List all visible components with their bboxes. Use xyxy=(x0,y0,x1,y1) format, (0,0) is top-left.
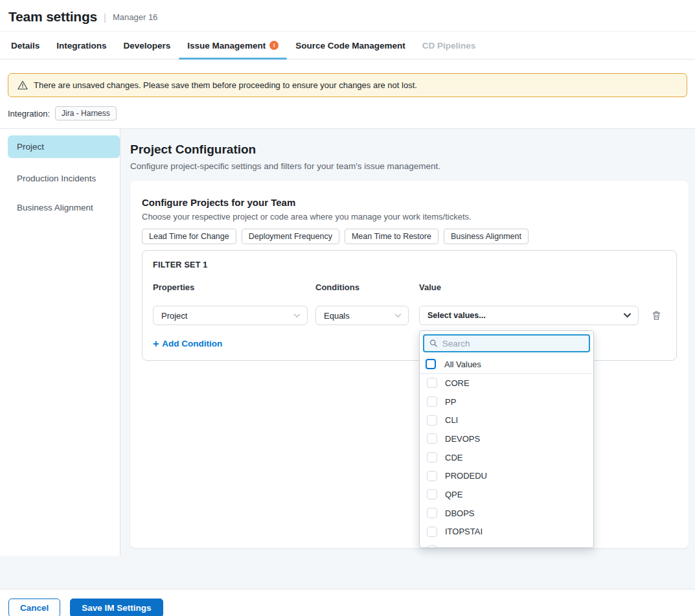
option-checkbox[interactable] xyxy=(427,396,437,407)
sidebar-item-production-incidents[interactable]: Production Incidents xyxy=(0,174,120,183)
tab-issue-management-label: Issue Management xyxy=(187,41,266,51)
unsaved-changes-banner: There are unsaved changes. Please save t… xyxy=(8,73,687,97)
tab-developers-label: Developers xyxy=(124,41,171,51)
tab-cd-pipelines-label: CD Pipelines xyxy=(422,41,476,51)
option-label: PP xyxy=(445,397,456,407)
filter-set-title: FILTER SET 1 xyxy=(153,260,666,269)
unsaved-alert-badge: ! xyxy=(269,41,279,50)
settings-tabbar: Details Integrations Developers Issue Ma… xyxy=(0,32,695,60)
option-label: ITOPSTAI xyxy=(445,527,483,536)
tab-issue-management[interactable]: Issue Management ! xyxy=(179,32,287,59)
tab-details-label: Details xyxy=(11,41,40,51)
option-core[interactable]: CORE xyxy=(420,374,593,393)
chevron-down-icon xyxy=(394,314,402,318)
option-itopstai[interactable]: ITOPSTAI xyxy=(420,523,593,542)
search-icon xyxy=(429,339,438,348)
dropdown-search xyxy=(423,334,590,352)
option-label: PIPE xyxy=(445,545,464,548)
page-header: Team settings | Manager 16 xyxy=(0,0,695,32)
option-cde[interactable]: CDE xyxy=(420,448,593,467)
team-name-label: Manager 16 xyxy=(113,12,157,22)
tab-source-code-management[interactable]: Source Code Management xyxy=(287,32,414,59)
issue-management-body: Project Production Incidents Business Al… xyxy=(0,129,695,556)
all-values-checkbox[interactable] xyxy=(426,359,436,369)
option-label: CDE xyxy=(445,453,462,462)
option-devops[interactable]: DEVOPS xyxy=(420,429,593,448)
cancel-button[interactable]: Cancel xyxy=(8,599,60,616)
plus-icon: + xyxy=(153,339,159,348)
integration-label: Integration: xyxy=(8,109,50,119)
conditions-column-label: Conditions xyxy=(315,282,409,292)
integration-chip-jira-harness[interactable]: Jira - Harness xyxy=(55,106,117,120)
tag-deployment-frequency: Deployment Frequency xyxy=(242,229,339,244)
title-separator: | xyxy=(104,12,106,23)
integration-row: Integration: Jira - Harness xyxy=(0,97,695,128)
card-title: Configure Projects for your Team xyxy=(142,197,677,208)
search-input[interactable] xyxy=(442,339,584,348)
option-label: DEVOPS xyxy=(445,434,480,444)
option-checkbox[interactable] xyxy=(427,378,437,388)
condition-select[interactable]: Equals xyxy=(315,306,409,325)
trash-icon xyxy=(652,310,661,321)
option-pipe[interactable]: PIPE xyxy=(420,541,593,548)
option-checkbox[interactable] xyxy=(427,508,437,518)
sidebar-item-business-alignment[interactable]: Business Alignment xyxy=(0,203,120,212)
property-select-value: Project xyxy=(161,311,187,321)
chevron-down-icon xyxy=(623,313,632,318)
sidebar-item-project[interactable]: Project xyxy=(8,135,120,158)
filter-set-1: FILTER SET 1 Properties Conditions Value… xyxy=(142,250,677,361)
value-dropdown-panel: All Values CORE PP xyxy=(419,330,594,548)
filter-column-headers: Properties Conditions Value xyxy=(153,282,666,292)
add-condition-button[interactable]: + Add Condition xyxy=(153,339,222,348)
option-label: PRODEDU xyxy=(445,471,487,481)
select-all-option[interactable]: All Values xyxy=(420,355,593,374)
banner-text: There are unsaved changes. Please save t… xyxy=(34,80,417,90)
properties-column-label: Properties xyxy=(153,282,308,292)
configure-projects-card: Configure Projects for your Team Choose … xyxy=(130,181,689,548)
add-condition-label: Add Condition xyxy=(162,339,222,348)
option-checkbox[interactable] xyxy=(427,415,437,426)
tab-developers[interactable]: Developers xyxy=(115,32,179,59)
card-subtitle: Choose your respective project or code a… xyxy=(142,212,677,222)
project-configuration-panel: Project Configuration Configure project-… xyxy=(120,129,695,556)
value-column-label: Value xyxy=(419,282,639,292)
option-label: QPE xyxy=(445,490,462,499)
value-select[interactable]: Select values... xyxy=(419,306,639,325)
option-label: CLI xyxy=(445,415,458,425)
tab-details[interactable]: Details xyxy=(3,32,48,59)
option-checkbox[interactable] xyxy=(427,452,437,462)
value-select-placeholder: Select values... xyxy=(427,311,486,320)
save-im-settings-button[interactable]: Save IM Settings xyxy=(70,599,163,616)
option-prodedu[interactable]: PRODEDU xyxy=(420,466,593,485)
option-pp[interactable]: PP xyxy=(420,393,593,411)
option-checkbox[interactable] xyxy=(427,433,437,444)
option-checkbox[interactable] xyxy=(427,527,437,537)
tag-business-alignment: Business Alignment xyxy=(444,229,529,244)
section-subtitle: Configure project-specific settings and … xyxy=(130,161,689,171)
filter-condition-row: Project Equals Select values... xyxy=(153,306,666,325)
option-label: CORE xyxy=(445,378,470,388)
option-cli[interactable]: CLI xyxy=(420,411,593,429)
all-values-label: All Values xyxy=(444,359,481,369)
bottom-spacer xyxy=(0,556,695,589)
option-checkbox[interactable] xyxy=(427,471,437,481)
condition-select-value: Equals xyxy=(324,311,350,321)
footer-actions: Cancel Save IM Settings xyxy=(0,589,695,616)
delete-condition-button[interactable] xyxy=(650,309,663,322)
tab-integrations-label: Integrations xyxy=(56,41,106,51)
tab-integrations[interactable]: Integrations xyxy=(48,32,115,59)
option-label: DBOPS xyxy=(445,508,475,518)
option-checkbox[interactable] xyxy=(427,489,437,499)
option-qpe[interactable]: QPE xyxy=(420,485,593,504)
section-title: Project Configuration xyxy=(130,143,689,157)
metric-tags: Lead Time for Change Deployment Frequenc… xyxy=(142,229,677,244)
warning-triangle-icon xyxy=(17,80,28,90)
tag-mean-time-to-restore: Mean Time to Restore xyxy=(345,229,439,244)
property-select[interactable]: Project xyxy=(153,306,308,325)
page-title: Team settings xyxy=(8,9,97,25)
option-dbops[interactable]: DBOPS xyxy=(420,504,593,523)
chevron-down-icon xyxy=(293,314,301,318)
dropdown-options-list: CORE PP CLI xyxy=(420,374,593,548)
tab-cd-pipelines[interactable]: CD Pipelines xyxy=(414,32,484,59)
option-checkbox[interactable] xyxy=(427,545,437,548)
